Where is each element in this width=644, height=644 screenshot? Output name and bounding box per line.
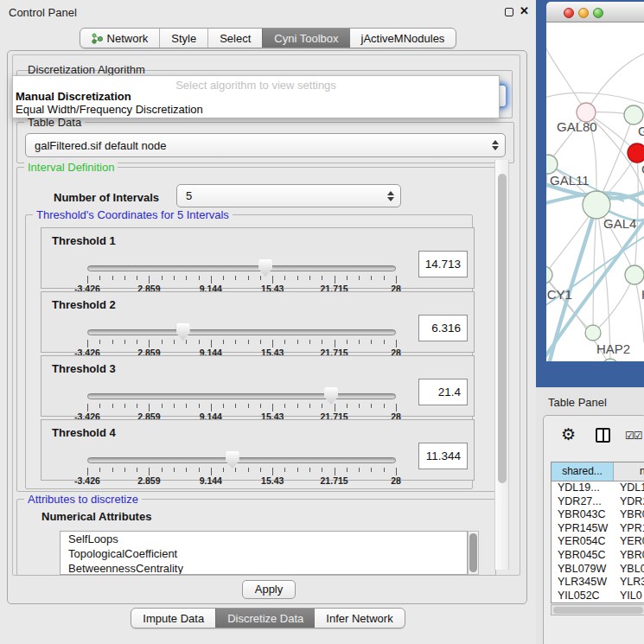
column-header-name[interactable]: n [614,462,644,481]
cell-name[interactable]: YBR0 [614,508,644,522]
table-row[interactable]: YER054CYER0 [552,535,644,549]
tick-mark [297,276,298,280]
slider-track[interactable] [87,457,396,463]
panel-vertical-scrollbar[interactable] [494,160,509,570]
gear-icon[interactable]: ⚙ [561,424,576,444]
numerical-attributes-list[interactable]: SelfLoopsTopologicalCoefficientBetweenne… [60,531,468,575]
cell-name[interactable]: YIL0 [614,590,644,603]
threshold-3-value-field[interactable]: 21.4 [418,379,468,405]
tab-cyni-toolbox[interactable]: Cyni Toolbox [262,29,349,48]
slider-thumb[interactable] [226,451,239,469]
network-node[interactable] [603,359,618,361]
cell-shared-name[interactable]: YPR145W [552,522,614,536]
checkboxes-icon[interactable]: ☑☑ [625,430,642,442]
table-row[interactable]: YIL052CYIL0 [552,590,644,603]
cell-name[interactable]: YBL0 [614,563,644,577]
slider-thumb[interactable] [176,323,190,341]
table-data-combobox[interactable]: galFiltered.sif default node [25,133,506,157]
network-node[interactable] [628,143,644,163]
cell-shared-name[interactable]: YDR27... [552,495,614,509]
tab-select[interactable]: Select [207,29,262,48]
table-row[interactable]: YDL19...YDL1 [552,481,644,495]
column-header-shared[interactable]: shared... [552,462,614,481]
table-row[interactable]: YLR345WYLR3 [552,576,644,590]
tick-mark [396,340,397,348]
network-node[interactable] [585,325,601,341]
tick-mark [186,404,187,408]
attribute-list-item[interactable]: SelfLoops [61,532,467,546]
node-attribute-table[interactable]: shared... n YDL19...YDL1YDR27...YDR2YBR0… [551,462,644,603]
cell-shared-name[interactable]: YBL079W [552,563,614,577]
threshold-2-value-field[interactable]: 6.316 [418,315,468,341]
threshold-4-value-field[interactable]: 11.344 [418,443,468,469]
threshold-2-slider[interactable]: -3.4262.8599.14415.4321.71528 [41,292,474,352]
close-traffic-light-icon[interactable] [564,8,574,18]
cell-shared-name[interactable]: YLR345W [552,576,614,590]
table-panel-toolbar: ⚙ ☑☑ [544,416,644,457]
attribute-list-item[interactable]: BetweennessCentrality [61,561,467,575]
tab-style[interactable]: Style [159,29,207,48]
network-canvas[interactable]: GAL80GACGAL11GAL4GCY1HHAP2 [546,22,644,361]
slider-thumb[interactable] [258,259,272,277]
network-window-titlebar[interactable] [546,2,644,22]
tick-mark [149,468,150,475]
cell-shared-name[interactable]: YER054C [552,535,614,549]
slider-thumb[interactable] [324,387,338,405]
columns-icon[interactable] [596,428,610,443]
cell-name[interactable]: YDL1 [614,481,644,495]
table-horizontal-scrollbar[interactable] [551,604,644,615]
tick-mark [260,404,261,408]
network-node[interactable] [546,155,558,174]
slider-track[interactable] [87,265,396,271]
threshold-4-slider[interactable]: -3.4262.8599.14415.4321.71528 [41,420,474,480]
dropdown-option-manual-discretization[interactable]: Manual Discretization [13,90,499,103]
threshold-3-slider[interactable]: -3.4262.8599.14415.4321.71528 [41,356,474,416]
cell-name[interactable]: YBR0 [614,549,644,563]
tick-mark [260,468,261,472]
tab-jactivemnodules[interactable]: jActiveMNodules [350,29,456,48]
table-row[interactable]: YBL079WYBL0 [552,563,644,577]
tick-mark [211,404,212,411]
cell-name[interactable]: YER0 [614,535,644,549]
slider-track[interactable] [87,329,396,335]
table-row[interactable]: YBR045CYBR0 [552,549,644,563]
network-node[interactable] [583,191,610,219]
cell-shared-name[interactable]: YIL052C [552,590,614,603]
attributes-to-discretize-label: Attributes to discretize [24,493,142,506]
tick-mark [297,340,298,344]
tab-impute-data[interactable]: Impute Data [131,609,215,628]
tick-mark [284,276,285,280]
tab-network[interactable]: Network [80,29,160,48]
threshold-1-slider[interactable]: -3.4262.8599.14415.4321.71528 [41,228,474,288]
table-row[interactable]: YBR043CYBR0 [552,508,644,522]
table-row[interactable]: YDR27...YDR2 [552,495,644,509]
attribute-list-item[interactable]: TopologicalCoefficient [61,546,467,561]
cell-shared-name[interactable]: YBR043C [552,508,614,522]
threshold-1-value-field[interactable]: 14.713 [418,251,468,277]
zoom-traffic-light-icon[interactable] [593,8,603,18]
attributes-list-scrollbar[interactable] [468,531,479,575]
apply-button[interactable]: Apply [242,580,296,599]
tick-mark [260,340,261,344]
cell-name[interactable]: YPR1 [614,522,644,536]
float-window-icon[interactable] [505,8,513,16]
cell-name[interactable]: YLR3 [614,576,644,590]
dropdown-option-equal-width-frequency[interactable]: Equal Width/Frequency Discretization [13,103,499,116]
tick-mark [137,340,137,344]
table-row[interactable]: YPR145WYPR1 [552,522,644,536]
tick-mark [174,276,175,280]
network-node[interactable] [546,266,552,284]
tick-mark [199,404,200,408]
number-of-intervals-combobox[interactable]: 5 [176,184,401,207]
close-icon[interactable]: ✕ [520,4,529,17]
tab-discretize-data[interactable]: Discretize Data [215,609,315,628]
minimize-traffic-light-icon[interactable] [578,8,589,18]
network-node[interactable] [624,105,643,124]
slider-track[interactable] [87,393,396,399]
cell-shared-name[interactable]: YDL19... [552,481,614,495]
cell-name[interactable]: YDR2 [614,495,644,509]
network-node[interactable] [625,265,644,284]
tick-mark [112,468,113,472]
tab-infer-network[interactable]: Infer Network [315,609,404,628]
cell-shared-name[interactable]: YBR045C [552,549,614,563]
